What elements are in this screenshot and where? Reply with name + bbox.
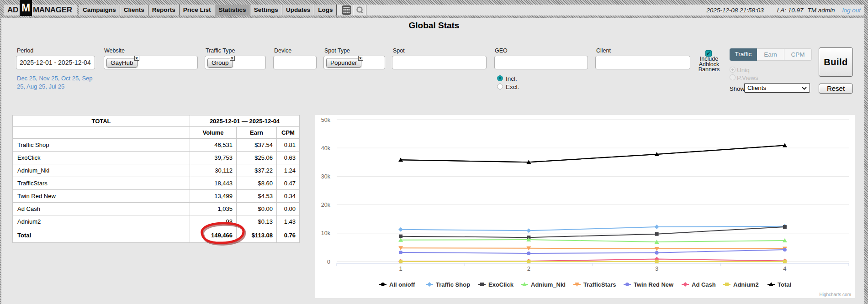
tab-logs[interactable]: Logs: [314, 5, 337, 16]
cpm-value: 0.00: [277, 203, 300, 215]
column-header-volume: Volume: [190, 127, 237, 139]
uniq-radio[interactable]: [730, 67, 736, 73]
main-nav-tabs: CampaignsClientsReportsPrice ListStatist…: [79, 5, 337, 16]
logout-link[interactable]: log out: [842, 7, 861, 14]
logo-m-icon: M: [20, 0, 32, 16]
topbar-info: 2025-12-08 21:58:03 LA: 10.97 TM admin l…: [706, 5, 861, 16]
cpm-value: 1.24: [277, 164, 300, 177]
column-header-cpm: CPM: [277, 127, 300, 139]
earn-metric-button[interactable]: Earn: [757, 48, 784, 61]
quick-link[interactable]: Oct 25: [61, 75, 79, 82]
volume-value: 13,499: [190, 190, 237, 203]
traffic-type-chip[interactable]: Groupx: [207, 58, 233, 68]
quick-link[interactable]: Dec 25: [17, 75, 36, 82]
calculator-icon[interactable]: [340, 5, 353, 16]
spot-type-input[interactable]: Popunderx: [323, 56, 385, 69]
geo-input[interactable]: [494, 56, 588, 69]
volume-value: 30,112: [190, 164, 237, 177]
pviews-label: P.Views: [737, 74, 758, 81]
table-row: Traffic Shop46,531$37.540.81: [13, 139, 300, 152]
client-label: Client: [596, 47, 611, 54]
website-chip[interactable]: GayHubx: [106, 58, 138, 68]
geo-excl-radio[interactable]: [497, 84, 503, 89]
reset-button[interactable]: Reset: [819, 84, 853, 94]
search-icon[interactable]: [353, 5, 366, 16]
tab-settings[interactable]: Settings: [250, 5, 282, 16]
client-name: Ad Cash: [13, 203, 190, 215]
tab-reports[interactable]: Reports: [148, 5, 180, 16]
traffic-metric-button[interactable]: Traffic: [730, 48, 757, 61]
remove-chip-icon[interactable]: x: [358, 56, 363, 61]
device-input[interactable]: [273, 56, 317, 69]
table-header-total: TOTAL: [13, 115, 190, 127]
spot-input[interactable]: [392, 56, 487, 69]
svg-text:All on/off: All on/off: [389, 281, 415, 288]
cpm-value: 0.81: [277, 139, 300, 152]
stats-table: TOTAL2025-12-01 — 2025-12-04VolumeEarnCP…: [12, 115, 300, 243]
cpm-metric-button[interactable]: CPM: [784, 48, 812, 61]
website-input[interactable]: GayHubx: [104, 56, 198, 69]
table-total-row: Total149,466$113.080.76: [13, 228, 300, 243]
svg-text:0: 0: [327, 259, 330, 265]
column-header-earn: Earn: [237, 127, 277, 139]
earn-value: $37.54: [237, 139, 277, 152]
show-select[interactable]: Clients: [744, 83, 810, 93]
quick-link[interactable]: Jul 25: [48, 83, 64, 90]
svg-text:2: 2: [527, 265, 530, 272]
red-circle-annotation: [196, 220, 248, 246]
table-row: Twin Red New13,499$4.530.34: [13, 190, 300, 203]
cpm-value: 1.43: [277, 215, 300, 228]
metric-toggle: Traffic Earn CPM: [730, 48, 812, 61]
pviews-radio[interactable]: [730, 74, 736, 80]
svg-text:TrafficStars: TrafficStars: [583, 281, 616, 288]
build-button[interactable]: Build: [819, 47, 853, 77]
spot-type-chip[interactable]: Popunderx: [326, 58, 361, 68]
remove-chip-icon[interactable]: x: [230, 56, 235, 61]
logo-text-ad: AD: [7, 5, 18, 15]
traffic-type-input[interactable]: Groupx: [205, 56, 266, 69]
volume-value: 18,443: [190, 177, 237, 190]
total-label: Total: [13, 228, 190, 243]
cpm-value: 0.63: [277, 152, 300, 164]
tab-statistics[interactable]: Statistics: [215, 5, 250, 16]
earn-value: $8.60: [237, 177, 277, 190]
earn-value: $0.00: [237, 203, 277, 215]
tab-clients[interactable]: Clients: [120, 5, 148, 16]
spot-type-label: Spot Type: [324, 47, 350, 54]
spot-label: Spot: [393, 47, 405, 54]
remove-chip-icon[interactable]: x: [134, 56, 139, 61]
client-input[interactable]: [595, 56, 690, 69]
svg-text:Highcharts.com: Highcharts.com: [820, 292, 851, 297]
client-name: ExoClick: [13, 152, 190, 164]
tab-updates[interactable]: Updates: [282, 5, 314, 16]
geo-incl-label: Incl.: [506, 75, 517, 82]
client-name: Adnium_Nkl: [13, 164, 190, 177]
quick-link[interactable]: Aug 25: [26, 83, 45, 90]
client-name: TrafficStars: [13, 177, 190, 190]
svg-text:Adnium_Nkl: Adnium_Nkl: [531, 281, 566, 288]
geo-incl-radio[interactable]: [497, 75, 503, 81]
volume-value: 1,035: [190, 203, 237, 215]
earn-value: $25.06: [237, 152, 277, 164]
svg-text:ExoClick: ExoClick: [488, 281, 514, 288]
topbar-icons: [340, 5, 366, 16]
svg-text:4: 4: [783, 265, 786, 272]
table-row: ExoClick39,753$25.060.63: [13, 152, 300, 164]
tab-price-list[interactable]: Price List: [180, 5, 215, 16]
chevron-down-icon: [802, 87, 807, 90]
show-label: Show: [730, 85, 745, 92]
cpm-value: 0.47: [277, 177, 300, 190]
tab-campaigns[interactable]: Campaigns: [79, 5, 120, 16]
total-cpm: 0.76: [277, 228, 300, 243]
load-average: LA: 10.97: [777, 7, 804, 14]
geo-label: GEO: [495, 47, 508, 54]
logo-text-manager: MANAGER: [33, 5, 72, 15]
svg-text:10k: 10k: [321, 230, 331, 236]
period-quick-links: Dec 25, Nov 25, Oct 25, Sep 25, Aug 25, …: [17, 74, 100, 90]
svg-text:Total: Total: [778, 281, 791, 288]
client-name: Twin Red New: [13, 190, 190, 203]
period-input[interactable]: 2025-12-01 - 2025-12-04: [16, 56, 95, 69]
quick-link[interactable]: Nov 25: [39, 75, 58, 82]
client-name: Traffic Shop: [13, 139, 190, 152]
volume-value: 46,531: [190, 139, 237, 152]
